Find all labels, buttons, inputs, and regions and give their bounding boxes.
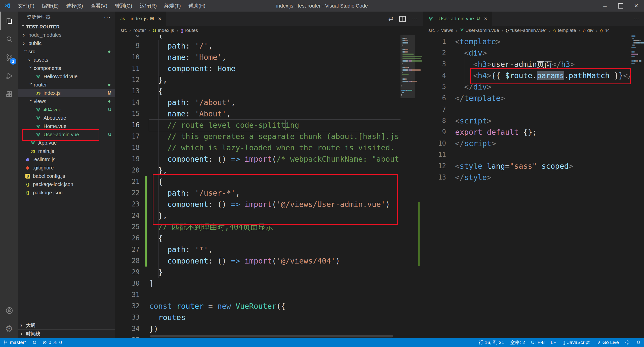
tab-user-admin-vue[interactable]: User-admin.vue U × [423, 12, 492, 26]
line-number[interactable]: 11 [115, 63, 140, 74]
tree-item-User-admin.vue[interactable]: User-admin.vueU [18, 131, 115, 139]
close-tab-icon[interactable]: × [158, 15, 162, 22]
code-line[interactable]: 10 name: 'Home', [115, 52, 423, 63]
line-number[interactable]: 7 [423, 104, 446, 115]
line-number[interactable]: 13 [115, 85, 140, 97]
code-line[interactable]: 7 [423, 104, 644, 115]
line-number[interactable]: 21 [115, 176, 140, 187]
code-line[interactable]: 16 // route level code-splitting [115, 119, 423, 131]
line-number[interactable]: 32 [115, 300, 140, 312]
menu-item[interactable]: 转到(G) [111, 0, 136, 12]
line-number[interactable]: 35 [115, 334, 140, 338]
code-line[interactable]: 32const router = new VueRouter({ [115, 300, 423, 312]
breadcrumb-item[interactable]: ◇div [583, 28, 593, 33]
line-number[interactable]: 23 [115, 199, 140, 210]
menu-item[interactable]: 选择(S) [62, 0, 87, 12]
eol-status[interactable]: LF [548, 338, 559, 347]
code-line[interactable]: 34}) [115, 323, 423, 334]
line-number[interactable]: 1 [423, 36, 446, 47]
line-number[interactable]: 26 [115, 233, 140, 244]
code-line[interactable]: 12<style lang="sass" scoped> [423, 160, 644, 172]
code-line[interactable]: 13</style> [423, 172, 644, 183]
line-number[interactable]: 19 [115, 153, 140, 165]
menu-item[interactable]: 帮助(H) [185, 0, 209, 12]
outline-section[interactable]: › 大纲 [18, 321, 115, 329]
line-number[interactable]: 2 [423, 47, 446, 59]
code-line[interactable]: 4 <h4>{{ $route.params.pathMatch }}</h4> [423, 70, 644, 81]
line-number[interactable]: 34 [115, 323, 140, 334]
code-line[interactable]: 8 { [115, 35, 423, 40]
tree-item-package-lock.json[interactable]: {}package-lock.json [18, 180, 115, 189]
git-branch-status[interactable]: master* [0, 338, 29, 347]
tree-item-HelloWorld.vue[interactable]: HelloWorld.vue [18, 72, 115, 81]
code-line[interactable]: 9export default {}; [423, 126, 644, 138]
line-number[interactable]: 30 [115, 278, 140, 289]
code-line[interactable]: 22 path: '/user-*', [115, 187, 423, 199]
code-line[interactable]: 28 component: () => import('@/views/404'… [115, 255, 423, 267]
code-line[interactable]: 13 { [115, 85, 423, 97]
explorer-icon[interactable] [0, 12, 18, 30]
tree-item-components[interactable]: ›components [18, 64, 115, 72]
source-control-icon[interactable]: 3 [0, 48, 18, 67]
tree-item-package.json[interactable]: {}package.json [18, 189, 115, 197]
code-line[interactable]: 15 name: 'About', [115, 108, 423, 119]
tree-item-router[interactable]: ›router [18, 81, 115, 89]
line-number[interactable]: 24 [115, 210, 140, 221]
code-line[interactable]: 29 } [115, 267, 423, 278]
tree-item-Home.vue[interactable]: Home.vue [18, 122, 115, 131]
breadcrumb-item[interactable]: views [441, 28, 453, 33]
line-number[interactable]: 13 [423, 172, 446, 183]
timeline-section[interactable]: › 时间线 [18, 329, 115, 338]
line-number[interactable]: 29 [115, 267, 140, 278]
menu-item[interactable]: 运行(R) [136, 0, 160, 12]
tree-item-babel.config.js[interactable]: Bbabel.config.js [18, 172, 115, 180]
code-line[interactable]: 23 component: () => import('@/views/User… [115, 199, 423, 210]
line-number[interactable]: 5 [423, 81, 446, 93]
code-line[interactable]: 18 // which is lazy-loaded when the rout… [115, 142, 423, 153]
breadcrumb-item[interactable]: ◇h4 [600, 28, 610, 33]
tree-item-index.js[interactable]: JSindex.jsM [18, 89, 115, 97]
minimize-button[interactable]: – [597, 0, 613, 12]
more-actions-icon[interactable]: ··· [633, 15, 639, 22]
code-line[interactable]: 11 component: Home [115, 63, 423, 74]
line-number[interactable]: 17 [115, 131, 140, 142]
explorer-more-actions-icon[interactable]: ··· [104, 14, 111, 20]
breadcrumb-item[interactable]: []routes [181, 28, 198, 33]
tree-item-views[interactable]: ›views [18, 97, 115, 106]
line-number[interactable]: 11 [423, 149, 446, 160]
project-section-header[interactable]: › TEST-ROUTER [18, 23, 115, 31]
line-number[interactable]: 31 [115, 289, 140, 300]
code-line[interactable]: 24 }, [115, 210, 423, 221]
code-line[interactable]: 26 { [115, 233, 423, 244]
line-number[interactable]: 16 [115, 119, 140, 131]
tree-item-.eslintrc.js[interactable]: .eslintrc.js [18, 155, 115, 164]
maximize-button[interactable] [613, 0, 628, 12]
line-number[interactable]: 9 [115, 40, 140, 52]
menu-item[interactable]: 文件(F) [14, 0, 38, 12]
line-number[interactable]: 4 [423, 70, 446, 81]
code-line[interactable]: 31 [115, 289, 423, 300]
minimap-left[interactable] [400, 35, 423, 338]
search-icon[interactable] [0, 30, 18, 48]
code-line[interactable]: 14 path: '/about', [115, 97, 423, 108]
code-line[interactable]: 9 path: '/', [115, 40, 423, 52]
tree-item-node_modules[interactable]: ›node_modules [18, 31, 115, 39]
code-line[interactable]: 20 }, [115, 165, 423, 176]
line-number[interactable]: 3 [423, 59, 446, 70]
run-debug-icon[interactable] [0, 67, 18, 85]
line-number[interactable]: 25 [115, 221, 140, 233]
line-number[interactable]: 10 [423, 138, 446, 149]
extensions-icon[interactable] [0, 85, 18, 103]
line-number[interactable]: 15 [115, 108, 140, 119]
close-window-button[interactable]: × [628, 0, 644, 12]
tree-item-About.vue[interactable]: About.vue [18, 114, 115, 122]
editor-content-left[interactable]: 8 {9 path: '/',10 name: 'Home',11 compon… [115, 35, 423, 338]
code-line[interactable]: 12 }, [115, 74, 423, 85]
minimap-right[interactable] [631, 35, 644, 338]
open-changes-icon[interactable]: ⇄ [388, 15, 393, 22]
more-actions-icon[interactable]: ··· [412, 15, 418, 22]
tree-item-App.vue[interactable]: App.vue [18, 139, 115, 147]
line-number[interactable]: 8 [115, 35, 140, 40]
line-number[interactable]: 12 [115, 74, 140, 85]
code-line[interactable]: 33 routes [115, 312, 423, 323]
